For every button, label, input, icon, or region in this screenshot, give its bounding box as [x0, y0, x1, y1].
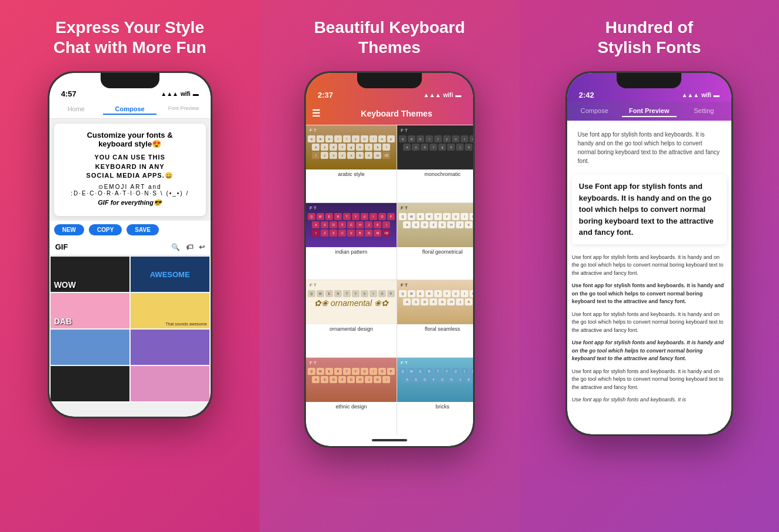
new-button[interactable]: NEW	[54, 224, 84, 235]
theme-mono[interactable]: F T q w e r t y u i o	[397, 125, 473, 202]
wifi-2: wifi	[443, 92, 453, 98]
font-preview-highlight: Use Font app for stylish fonts and keybo…	[572, 175, 727, 244]
tab3-font-preview[interactable]: Font Preview	[622, 105, 677, 117]
signal-3: ▲▲▲	[681, 92, 699, 98]
phone-3: 2:42 ▲▲▲ wifi ▬ Compose Font Preview Set…	[565, 71, 733, 436]
kb-ornamental: F T Q W E R T Y U I O	[306, 280, 397, 324]
gif-cell-8	[131, 366, 209, 401]
kb-floral-geo: F T Q W E R T Y U I O	[397, 203, 473, 247]
gif-cell-2: AWESOME	[131, 257, 209, 292]
theme-bricks-name: bricks	[397, 402, 473, 411]
search-icon[interactable]: 🔍	[171, 243, 180, 251]
dab-label: DAB	[54, 317, 72, 326]
battery-2: ▬	[455, 92, 461, 98]
phone-2: 2:37 ▲▲▲ wifi ▬ ☰ Keyboard Themes F T	[304, 71, 475, 448]
kb-themes-header: ☰ Keyboard Themes	[306, 102, 473, 125]
font-variant-3: Use font app for stylish fonts and keybo…	[572, 311, 727, 335]
panel-1: Express Your Style Chat with More Fun 4:…	[0, 0, 259, 532]
theme-indian-name: indian pattern	[306, 247, 397, 257]
gif-cell-6	[131, 330, 209, 365]
panel-3-title: Hundred of Stylish Fonts	[597, 18, 701, 57]
font-variant-1: Use font app for stylish fonts and keybo…	[572, 254, 727, 278]
theme-ethnic[interactable]: F T Q W E R T Y U I O	[306, 358, 397, 435]
gif-icons: 🔍 🏷 ↩	[171, 243, 205, 251]
gif-header: GIF 🔍 🏷 ↩	[49, 239, 211, 255]
tab-compose[interactable]: Compose	[103, 104, 157, 115]
themes-grid: F T q w e r t y u i o	[306, 125, 473, 434]
gif-cell-5	[51, 330, 129, 365]
gif-cell-4: That sounds awesome	[131, 293, 209, 328]
tab3-compose[interactable]: Compose	[567, 105, 622, 117]
theme-ethnic-name: ethnic design	[306, 402, 397, 411]
wifi-3: wifi	[701, 92, 711, 98]
that-label: That sounds awesome	[165, 322, 207, 326]
compose-bold-text: YOU CAN USE THISKEYBOARD IN ANYSOCIAL ME…	[61, 153, 199, 180]
panel-2-title: Beautiful Keyboard Themes	[314, 18, 465, 57]
signal-icon: ▲▲▲	[161, 91, 178, 97]
gif-section: GIF 🔍 🏷 ↩ WOW AWESOME DAB	[49, 239, 211, 403]
back-icon[interactable]: ↩	[199, 243, 205, 251]
theme-bricks[interactable]: F T Q W E R T Y U I O	[397, 358, 473, 435]
kb-bricks: F T Q W E R T Y U I O	[397, 358, 473, 402]
tab3-setting[interactable]: Setting	[677, 105, 731, 117]
ornamental-design: ✿❀ ornamental ❀✿	[314, 298, 388, 308]
gif-label: GIF	[55, 242, 68, 251]
font-intro-text: Use font app for stylish fonts and keybo…	[578, 131, 720, 164]
font-list: Use font app for stylish fonts and keybo…	[567, 249, 731, 409]
theme-mono-name: monochromatic	[397, 169, 473, 179]
panel-3: Hundred of Stylish Fonts 2:42 ▲▲▲ wifi ▬…	[520, 0, 779, 532]
signal-2: ▲▲▲	[424, 92, 441, 98]
compose-title: Customize your fonts &keyboard style😍	[61, 131, 199, 148]
copy-button[interactable]: COPY	[89, 224, 122, 235]
phone-2-screen: 2:37 ▲▲▲ wifi ▬ ☰ Keyboard Themes F T	[306, 73, 473, 446]
kb-floral-s: F T Q W E R T Y U I O	[397, 280, 473, 324]
panel-2: Beautiful Keyboard Themes 2:37 ▲▲▲ wifi …	[259, 0, 519, 532]
kb-indian: F T Q W E R T Y U I O	[306, 203, 397, 247]
kb-mono: F T q w e r t y u i o	[397, 125, 473, 169]
kb-ethnic: F T Q W E R T Y U I O	[306, 358, 397, 402]
theme-floral-s[interactable]: F T Q W E R T Y U I O	[397, 280, 473, 357]
font-preview-main-text: Use Font app for stylish fonts and keybo…	[579, 181, 720, 238]
tab-bar-1: Home Compose Font Preview	[49, 101, 211, 119]
gif-grid: WOW AWESOME DAB That sounds awesome	[49, 255, 211, 403]
awesome-label: AWESOME	[150, 270, 190, 279]
tab-font-preview[interactable]: Font Preview	[157, 104, 210, 115]
status-icons-2: ▲▲▲ wifi ▬	[424, 92, 461, 98]
font-intro: Use font app for stylish fonts and keybo…	[572, 125, 727, 170]
theme-ornamental[interactable]: F T Q W E R T Y U I O	[306, 280, 397, 357]
menu-icon[interactable]: ☰	[312, 108, 320, 119]
compose-deco: ⊙EMOJI ART and:D·E·C·O·R·A·T·I·O·N·S \ (…	[61, 184, 199, 197]
battery-icon: ▬	[193, 91, 199, 97]
font-variant-2: Use font app for stylish fonts and keybo…	[572, 282, 727, 306]
notch-2	[357, 73, 422, 88]
time-2: 2:37	[318, 91, 333, 99]
phone-1-screen: 4:57 ▲▲▲ wifi ▬ Home Compose Font Previe…	[49, 73, 211, 417]
battery-3: ▬	[714, 92, 720, 98]
bottom-bar-2	[306, 434, 473, 446]
status-icons-1: ▲▲▲ wifi ▬	[161, 91, 198, 97]
gif-cell-7	[51, 366, 129, 401]
notch-3	[617, 73, 681, 88]
status-icons-3: ▲▲▲ wifi ▬	[681, 92, 719, 98]
theme-ornamental-name: ornamental design	[306, 324, 397, 334]
notch-1	[101, 73, 159, 88]
compose-italic: GIF for everything😎	[61, 199, 199, 207]
font-variant-6: Use font app for stylish fonts and keybo…	[572, 396, 727, 404]
font-variant-4: Use font app for stylish fonts and keybo…	[572, 339, 727, 363]
kb-arabic: F T q w e r t y u i o	[306, 125, 397, 169]
gif-cell-1: WOW	[51, 257, 129, 292]
tab-home[interactable]: Home	[49, 104, 103, 115]
theme-floral-geo[interactable]: F T Q W E R T Y U I O	[397, 203, 473, 280]
wifi-icon: wifi	[181, 91, 191, 97]
tag-icon[interactable]: 🏷	[186, 243, 193, 251]
wow-label: WOW	[54, 280, 76, 290]
theme-arabic[interactable]: F T q w e r t y u i o	[306, 125, 397, 202]
theme-indian[interactable]: F T Q W E R T Y U I O	[306, 203, 397, 280]
theme-arabic-name: arabic style	[306, 169, 397, 179]
theme-floral-geo-name: floral geometrical	[397, 247, 473, 257]
compose-area: Customize your fonts &keyboard style😍 YO…	[54, 124, 206, 216]
action-buttons: NEW COPY SAVE	[49, 221, 211, 239]
kb-themes-title: Keyboard Themes	[326, 109, 467, 118]
home-indicator-2	[372, 439, 407, 441]
save-button[interactable]: SAVE	[126, 224, 159, 235]
